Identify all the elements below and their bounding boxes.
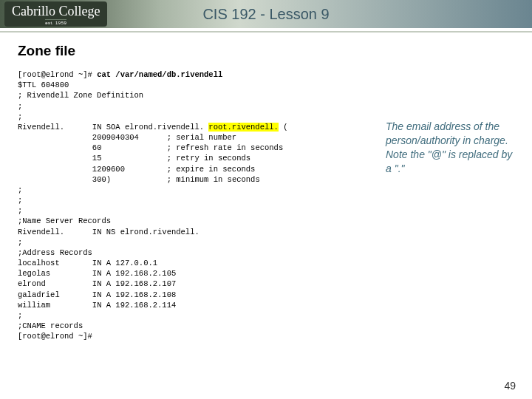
soa-email-highlight: root.rivendell. — [208, 123, 279, 132]
definition-comment: ; Rivendell Zone Definition — [18, 91, 143, 100]
slide-content: Zone file [root@elrond ~]# cat /var/name… — [0, 33, 532, 341]
a-record-value: IN A 127.0.0.1 — [92, 259, 157, 267]
logo-established: est. 1959 — [45, 19, 66, 25]
section-heading: Zone file — [18, 43, 514, 59]
comment-line: ; — [18, 238, 22, 247]
comment-line: ; — [18, 311, 22, 320]
comment-line: ; — [18, 206, 22, 215]
comment-line: ; — [18, 112, 22, 121]
cname-section-header: ;CNAME records — [18, 321, 83, 330]
a-record-value: IN A 192.168.2.107 — [92, 279, 176, 288]
a-record-value: IN A 192.168.2.108 — [92, 290, 176, 299]
retry-value: 15 — [92, 154, 102, 163]
ns-section-header: ;Name Server Records — [18, 216, 111, 225]
expire-comment: ; expire in seconds — [167, 165, 256, 174]
logo-text: Cabrillo College — [12, 4, 100, 18]
a-record-name: elrond — [18, 279, 46, 288]
a-record-name: galadriel — [18, 290, 60, 299]
a-record-value: IN A 192.168.2.114 — [92, 301, 176, 310]
comment-line: ; — [18, 102, 22, 111]
a-record-name: legolas — [18, 269, 50, 278]
college-logo: Cabrillo College est. 1959 — [4, 1, 107, 27]
header-bar: Cabrillo College est. 1959 CIS 192 - Les… — [0, 0, 532, 28]
ns-owner: Rivendell. — [18, 228, 64, 236]
refresh-comment: ; refresh rate in seconds — [167, 143, 284, 152]
slide-title: CIS 192 - Lesson 9 — [202, 6, 329, 23]
a-record-name: william — [18, 301, 50, 310]
shell-prompt: [root@elrond ~]# — [18, 70, 97, 79]
soa-prefix: IN SOA elrond.rivendell. — [92, 123, 209, 132]
shell-prompt: [root@elrond ~]# — [18, 332, 92, 341]
retry-comment: ; retry in seconds — [167, 154, 250, 163]
a-record-value: IN A 192.168.2.105 — [92, 269, 176, 278]
ns-record: IN NS elrond.rivendell. — [92, 228, 200, 236]
ttl-line: $TTL 604800 — [18, 81, 69, 89]
slide-number: 49 — [504, 380, 516, 392]
callout-annotation: The email address of the person/authorit… — [386, 120, 516, 176]
serial-value: 2009040304 — [92, 133, 139, 142]
comment-line: ; — [18, 196, 22, 205]
address-section-header: ;Address Records — [18, 248, 92, 257]
soa-owner: Rivendell. — [18, 123, 64, 132]
comment-line: ; — [18, 185, 22, 194]
refresh-value: 60 — [92, 143, 102, 152]
a-record-name: localhost — [18, 259, 60, 267]
cat-command: cat /var/named/db.rivendell — [97, 70, 222, 79]
expire-value: 1209600 — [92, 165, 125, 174]
minimum-value: 300) — [92, 175, 111, 184]
serial-comment: ; serial number — [167, 133, 237, 142]
zone-file-output: [root@elrond ~]# cat /var/named/db.riven… — [18, 69, 514, 341]
minimum-comment: ; minimum in seconds — [167, 175, 260, 184]
soa-open-paren: ( — [279, 123, 288, 132]
